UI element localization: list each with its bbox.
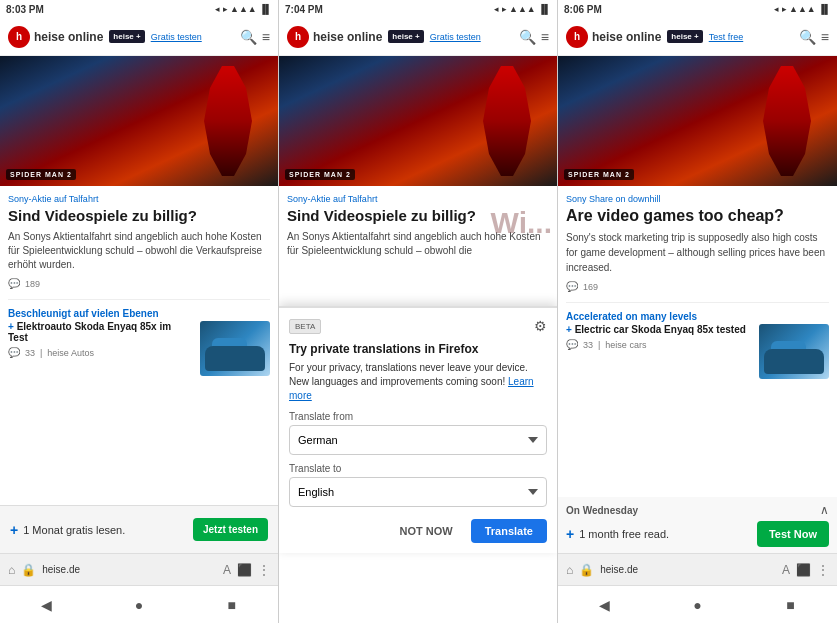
tabs-icon-right[interactable]: ⬛	[796, 563, 811, 577]
url-text-right[interactable]: heise.de	[600, 564, 776, 575]
on-wednesday-section: On Wednesday ∧ + 1 month free read. Test…	[558, 497, 837, 553]
plus-icon-right: +	[566, 526, 574, 542]
tabs-icon-left[interactable]: ⬛	[237, 563, 252, 577]
search-icon-left[interactable]: 🔍	[240, 29, 257, 45]
hero-image-mid: SPIDER MAN 2	[279, 56, 557, 186]
jetzt-testen-btn[interactable]: Jetzt testen	[193, 518, 268, 541]
bottom-bar-text-left: 1 Monat gratis lesen.	[23, 524, 125, 536]
on-wednesday-label: On Wednesday	[566, 505, 638, 516]
hero-image-right: SPIDER MAN 2	[558, 56, 837, 186]
second-title-right: + Electric car Skoda Enyaq 85x tested	[566, 324, 751, 335]
one-month-text: 1 month free read.	[579, 528, 669, 540]
search-icon-mid[interactable]: 🔍	[519, 29, 536, 45]
article-tag-left[interactable]: Sony-Aktie auf Talfahrt	[8, 194, 270, 204]
lock-icon-left: 🔒	[21, 563, 36, 577]
status-icons-left: ◂ ▸ ▲▲▲ ▐▌	[215, 4, 272, 14]
second-article-img-left	[200, 321, 270, 376]
header-icons-left: 🔍 ≡	[240, 29, 270, 45]
status-time-left: 8:03 PM	[6, 4, 44, 15]
translate-from-label: Translate from	[289, 411, 547, 422]
plus-icon-left: +	[10, 522, 18, 538]
test-now-button[interactable]: Test Now	[757, 521, 829, 547]
heise-icon-mid: h	[287, 26, 309, 48]
hero-badge-mid: SPIDER MAN 2	[285, 169, 355, 180]
second-article-tag-left[interactable]: Beschleunigt auf vielen Ebenen	[8, 308, 270, 319]
translate-to-label: Translate to	[289, 463, 547, 474]
not-now-button[interactable]: NOT NOW	[390, 519, 463, 543]
url-bar-right: ⌂ 🔒 heise.de A ⬛ ⋮	[558, 553, 837, 585]
url-bar-left: ⌂ 🔒 heise.de A ⬛ ⋮	[0, 553, 278, 585]
comment-icon-left: 💬	[8, 278, 20, 289]
nav-home-right[interactable]: ●	[683, 590, 713, 620]
menu-icon-left[interactable]: ≡	[262, 29, 270, 45]
menu-icon-mid[interactable]: ≡	[541, 29, 549, 45]
nav-square-left[interactable]: ■	[217, 590, 247, 620]
gratis-btn-left[interactable]: Gratis testen	[151, 32, 202, 42]
translate-button[interactable]: Translate	[471, 519, 547, 543]
translate-from-select[interactable]: German	[289, 425, 547, 455]
second-article-title-left: + Elektroauto Skoda Enyaq 85x im Test	[8, 321, 192, 343]
test-free-link[interactable]: Test free	[709, 32, 744, 42]
comment-count-right: 169	[583, 282, 598, 292]
hero-badge-right: SPIDER MAN 2	[564, 169, 634, 180]
brand-name-mid: heise online	[313, 30, 382, 44]
article-body-right: Sony's stock marketing trip is supposedl…	[566, 230, 829, 275]
translate-icon-right[interactable]: A	[782, 563, 790, 577]
watermark: Wi...	[491, 206, 552, 240]
heise-logo-left: h heise online	[8, 26, 103, 48]
chevron-up-icon[interactable]: ∧	[820, 503, 829, 517]
nav-back-right[interactable]: ◀	[590, 590, 620, 620]
brand-name-right: heise online	[592, 30, 661, 44]
translate-to-select[interactable]: English	[289, 477, 547, 507]
beta-badge: BETA	[289, 319, 321, 334]
article-main-title-right: Are video games too cheap?	[566, 206, 829, 225]
menu-icon-right[interactable]: ≡	[821, 29, 829, 45]
comment-count-left: 189	[25, 279, 40, 289]
nav-back-left[interactable]: ◀	[31, 590, 61, 620]
translate-icon-left[interactable]: A	[223, 563, 231, 577]
divider-right	[566, 302, 829, 303]
panel-left: 8:03 PM ◂ ▸ ▲▲▲ ▐▌ h heise online heise …	[0, 0, 279, 623]
status-time-mid: 7:04 PM	[285, 4, 323, 15]
more-icon-right[interactable]: ⋮	[817, 563, 829, 577]
gratis-btn-mid[interactable]: Gratis testen	[430, 32, 481, 42]
second-article-row-left: + Elektroauto Skoda Enyaq 85x im Test 💬 …	[8, 321, 270, 376]
content-right: Sony Share on downhill Are video games t…	[558, 186, 837, 493]
content-mid: Sony-Aktie auf Talfahrt Sind Videospiele…	[279, 186, 557, 306]
more-icon-left[interactable]: ⋮	[258, 563, 270, 577]
hero-image-left: SPIDER MAN 2	[0, 56, 278, 186]
plus-badge-mid: heise +	[388, 30, 423, 43]
header-right: h heise online heise + Test free 🔍 ≡	[558, 18, 837, 56]
article-tag-mid[interactable]: Sony-Aktie auf Talfahrt	[287, 194, 549, 204]
nav-bar-left: ◀ ● ■	[0, 585, 278, 623]
article-excerpt-left: An Sonys Aktientalfahrt sind angeblich a…	[8, 230, 270, 272]
heise-logo-mid: h heise online	[287, 26, 382, 48]
nav-home-left[interactable]: ●	[124, 590, 154, 620]
status-bar-left: 8:03 PM ◂ ▸ ▲▲▲ ▐▌	[0, 0, 278, 18]
article-section-tag-right[interactable]: Sony Share on downhill	[566, 194, 829, 204]
nav-square-right[interactable]: ■	[776, 590, 806, 620]
gear-icon[interactable]: ⚙	[534, 318, 547, 334]
translate-popup: BETA ⚙ Try private translations in Firef…	[279, 306, 557, 553]
heise-logo-right: h heise online	[566, 26, 661, 48]
heise-icon-left: h	[8, 26, 30, 48]
second-tag-right[interactable]: Accelerated on many levels	[566, 311, 829, 322]
translate-title: Try private translations in Firefox	[289, 342, 547, 356]
search-icon-right[interactable]: 🔍	[799, 29, 816, 45]
header-left: h heise online heise + Gratis testen 🔍 ≡	[0, 18, 278, 56]
heise-icon-right: h	[566, 26, 588, 48]
home-icon-right[interactable]: ⌂	[566, 563, 573, 577]
lock-icon-right: 🔒	[579, 563, 594, 577]
url-text-left[interactable]: heise.de	[42, 564, 217, 575]
panel-right: 8:06 PM ◂ ▸ ▲▲▲ ▐▌ h heise online heise …	[558, 0, 837, 623]
translate-description: For your privacy, translations never lea…	[289, 361, 547, 403]
nav-bar-right: ◀ ● ■	[558, 585, 837, 623]
brand-name-left: heise online	[34, 30, 103, 44]
home-icon-left[interactable]: ⌂	[8, 563, 15, 577]
header-mid: h heise online heise + Gratis testen 🔍 ≡	[279, 18, 557, 56]
plus-badge-right: heise +	[667, 30, 702, 43]
second-article-img-right	[759, 324, 829, 379]
article-meta-right: 💬 169	[566, 281, 829, 292]
bottom-bar-left: + 1 Monat gratis lesen. Jetzt testen	[0, 505, 278, 553]
status-bar-right: 8:06 PM ◂ ▸ ▲▲▲ ▐▌	[558, 0, 837, 18]
